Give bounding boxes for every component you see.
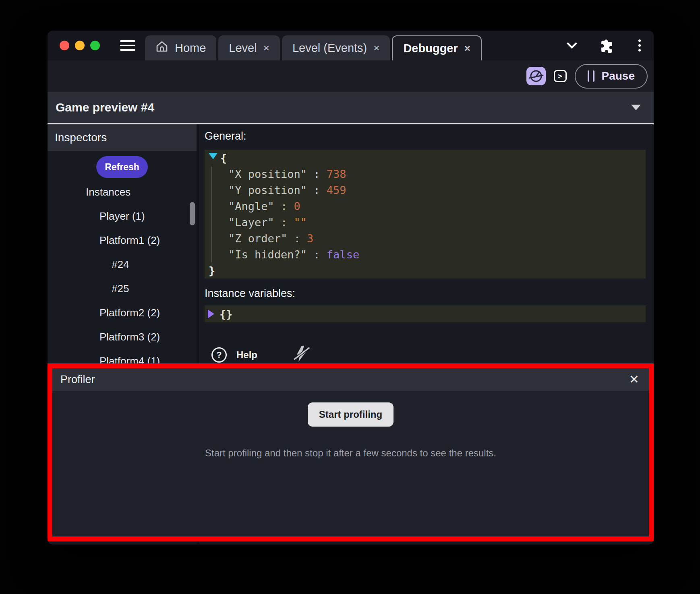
tree-item-platform2[interactable]: Platform2 (2) [48,301,197,325]
tab-debugger[interactable]: Debugger × [392,35,482,60]
tab-label: Level [229,41,257,55]
close-brace: } [205,264,215,277]
collapse-triangle-icon[interactable] [209,153,217,159]
hamburger-menu-icon[interactable] [120,40,135,51]
start-profiling-button[interactable]: Start profiling [308,402,393,427]
json-entry: "Angle" : 0 [205,200,300,212]
close-tab-icon[interactable]: × [373,43,379,53]
titlebar-actions [567,31,641,60]
pause-icon [588,70,594,82]
profiler-hint-text: Start profiling and then stop it after a… [205,448,496,459]
tree-item-player[interactable]: Player (1) [48,204,197,228]
sidebar-scrollbar-thumb[interactable] [190,202,195,225]
tree-item-25[interactable]: #25 [48,276,197,301]
chevron-down-icon[interactable] [567,42,577,49]
instances-tree: Instances Player (1) Platform1 (2) #24 #… [48,180,197,373]
dropdown-caret-icon[interactable] [631,105,641,110]
help-icon[interactable]: ? [211,347,227,363]
instance-variables-json-view: {} [205,305,646,322]
json-entry: "X position" : 738 [205,168,346,180]
general-json-view: { "X position" : 738 "Y position" : 459 … [205,150,646,278]
home-icon [155,40,168,56]
instance-variables-label: Instance variables: [205,287,646,300]
tree-item-instances[interactable]: Instances [48,180,197,204]
lightning-off-icon[interactable] [293,345,310,365]
kebab-menu-icon[interactable] [638,39,641,52]
tree-item-24[interactable]: #24 [48,252,197,276]
game-preview-title: Game preview #4 [56,101,154,114]
speedometer-icon [528,68,544,84]
tree-item-platform1[interactable]: Platform1 (2) [48,228,197,252]
close-tab-icon[interactable]: × [263,43,269,53]
json-entry: "Y position" : 459 [205,184,346,196]
pause-button[interactable]: Pause [575,64,648,89]
title-bar: Home Level × Level (Events) × Debugger × [48,31,654,60]
pause-label: Pause [602,70,635,82]
tab-home[interactable]: Home [145,35,216,60]
json-entry: "Layer" : "" [205,216,307,229]
game-preview-header[interactable]: Game preview #4 [48,92,654,123]
tab-bar: Home Level × Level (Events) × Debugger × [145,35,482,60]
profiler-panel: Profiler ✕ Start profiling Start profili… [48,363,654,541]
inspectors-header: Inspectors [48,124,197,151]
minimize-window-button[interactable] [75,41,85,50]
expand-triangle-icon[interactable] [208,309,214,318]
console-button[interactable]: > [554,70,567,82]
tree-item-platform3[interactable]: Platform3 (2) [48,325,197,349]
general-label: General: [205,130,646,142]
close-window-button[interactable] [60,41,69,50]
close-profiler-icon[interactable]: ✕ [629,373,639,386]
instance-variables-value: {} [214,308,233,320]
extensions-puzzle-icon[interactable] [601,38,615,53]
indent-guide [211,167,212,262]
tab-label: Level (Events) [292,41,367,55]
help-row: ? Help [205,345,646,365]
json-entry: "Is hidden?" : false [205,248,359,261]
app-window: Home Level × Level (Events) × Debugger × [48,31,654,544]
tab-label: Home [175,41,206,55]
tab-label: Debugger [403,42,458,55]
tab-level-events[interactable]: Level (Events) × [282,35,390,60]
refresh-button[interactable]: Refresh [96,156,148,178]
profiler-header: Profiler ✕ [52,368,649,391]
help-label[interactable]: Help [236,349,257,361]
profiler-toggle-button[interactable] [526,67,546,85]
json-entry: "Z order" : 3 [205,232,313,245]
profiler-body: Start profiling Start profiling and then… [52,391,649,459]
tab-level[interactable]: Level × [218,35,280,60]
traffic-lights [60,41,100,50]
debugger-toolbar: > Pause [48,60,654,92]
zoom-window-button[interactable] [90,41,100,50]
close-tab-icon[interactable]: × [464,43,470,54]
profiler-title: Profiler [60,373,95,386]
